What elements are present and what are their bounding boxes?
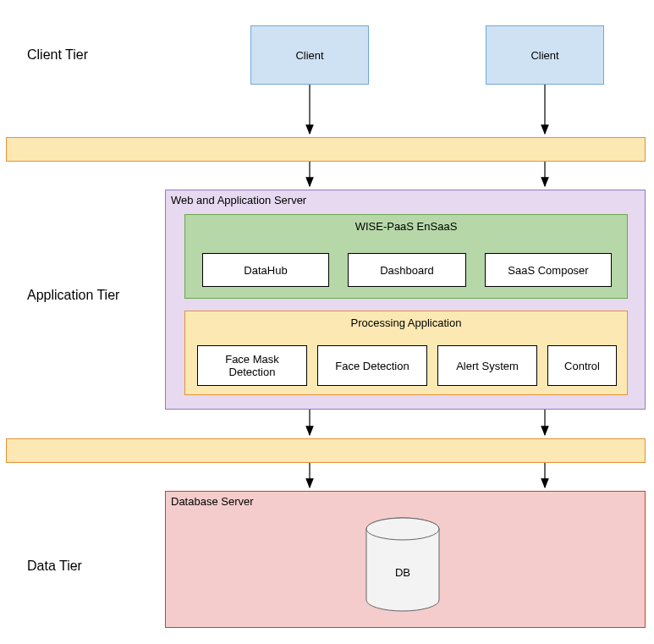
client-box-1: Client	[250, 25, 369, 85]
processing-item-alert: Alert System	[437, 345, 537, 386]
web-app-server-title: Web and Application Server	[171, 194, 306, 206]
processing-item-control-label: Control	[564, 360, 600, 372]
tier-label-client: Client Tier	[27, 47, 88, 63]
ensaas-item-saas-composer: SaaS Composer	[485, 253, 612, 287]
database-server-title: Database Server	[171, 495, 254, 508]
processing-item-face-mask: Face Mask Detection	[197, 345, 307, 386]
processing-container: Processing Application Face Mask Detecti…	[184, 311, 628, 395]
tier-label-application: Application Tier	[27, 288, 119, 303]
ensaas-item-saas-composer-label: SaaS Composer	[508, 264, 588, 277]
processing-item-alert-label: Alert System	[456, 360, 519, 372]
client-box-1-label: Client	[295, 49, 323, 62]
ensaas-item-datahub: DataHub	[202, 253, 329, 287]
web-app-server-container: Web and Application Server WISE-PaaS EnS…	[165, 190, 646, 410]
ensaas-container: WISE-PaaS EnSaaS DataHub Dashboard SaaS …	[184, 214, 628, 299]
ensaas-item-dashboard: Dashboard	[348, 253, 466, 287]
processing-item-control: Control	[547, 345, 617, 386]
svg-point-1	[366, 518, 439, 540]
db-cylinder: DB	[365, 517, 441, 612]
processing-item-face-mask-label: Face Mask Detection	[201, 353, 303, 378]
db-label: DB	[365, 566, 441, 579]
ensaas-title: WISE-PaaS EnSaaS	[185, 220, 627, 233]
svg-point-0	[366, 518, 439, 540]
database-server-container: Database Server DB	[165, 491, 646, 628]
processing-title: Processing Application	[185, 316, 627, 329]
processing-item-face-detection: Face Detection	[317, 345, 427, 386]
connector-bar-1	[6, 137, 646, 162]
diagram-canvas: Client Tier Application Tier Data Tier C…	[0, 0, 654, 644]
tier-label-data: Data Tier	[27, 559, 82, 574]
connector-bar-2	[6, 438, 646, 463]
client-box-2-label: Client	[530, 49, 558, 62]
processing-item-face-detection-label: Face Detection	[335, 360, 409, 372]
ensaas-item-dashboard-label: Dashboard	[380, 264, 434, 277]
ensaas-item-datahub-label: DataHub	[244, 264, 287, 277]
client-box-2: Client	[486, 25, 604, 85]
